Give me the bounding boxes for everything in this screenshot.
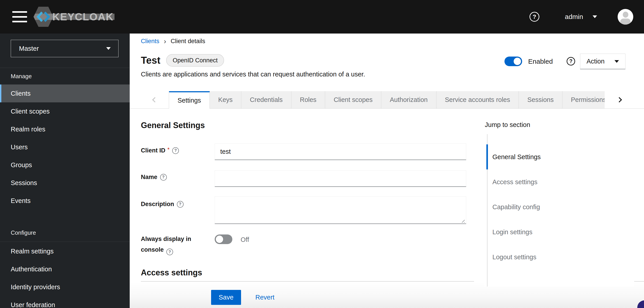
sidebar-item-client-scopes[interactable]: Client scopes <box>0 102 130 120</box>
main-content: Clients › Client details Test OpenID Con… <box>130 33 644 308</box>
jump-link-logout-settings[interactable]: Logout settings <box>484 245 634 270</box>
jump-link-general-settings[interactable]: General Settings <box>484 144 634 169</box>
name-label-group: Name ? <box>141 174 167 181</box>
action-menu-button[interactable]: Action <box>580 54 626 69</box>
tab-authorization[interactable]: Authorization <box>381 91 436 109</box>
jump-link-capability-config[interactable]: Capability config <box>484 194 634 220</box>
chevron-down-icon <box>592 15 597 18</box>
sidebar-item-authentication[interactable]: Authentication <box>0 260 130 278</box>
user-menu[interactable]: admin <box>565 0 597 33</box>
tab-sessions[interactable]: Sessions <box>519 91 562 109</box>
jump-link-login-settings[interactable]: Login settings <box>484 220 634 245</box>
always-display-state-label: Off <box>240 235 249 245</box>
section-heading-general-settings: General Settings <box>141 121 205 130</box>
chevron-down-icon <box>106 47 111 50</box>
jump-list: General SettingsAccess settingsCapabilit… <box>484 144 634 270</box>
client-id-label-group: Client ID * ? <box>141 147 179 154</box>
breadcrumb: Clients › Client details <box>141 37 205 45</box>
tab-client-scopes[interactable]: Client scopes <box>325 91 381 109</box>
sidebar-item-realm-settings[interactable]: Realm settings <box>0 242 130 260</box>
enabled-toggle-label: Enabled <box>528 58 553 65</box>
help-icon[interactable]: ? <box>567 57 575 65</box>
enabled-toggle[interactable] <box>504 56 522 66</box>
keycloak-logo: KEYCLOAK <box>34 6 114 27</box>
hamburger-icon <box>12 11 27 13</box>
client-id-input[interactable] <box>215 143 466 160</box>
sidebar-item-groups[interactable]: Groups <box>0 156 130 174</box>
sidebar-item-sessions[interactable]: Sessions <box>0 174 130 192</box>
action-menu-label: Action <box>586 58 605 65</box>
always-display-toggle[interactable] <box>215 235 232 244</box>
jump-link-access-settings[interactable]: Access settings <box>484 169 634 194</box>
help-icon[interactable]: ? <box>172 147 179 154</box>
angle-left-icon <box>152 97 158 102</box>
nav-section-title-configure: Configure <box>11 229 36 236</box>
help-icon[interactable]: ? <box>160 174 167 181</box>
brand-text: KEYCLOAK <box>52 11 114 23</box>
tabs: SettingsKeysCredentialsRolesClient scope… <box>130 91 644 109</box>
section-divider <box>634 281 644 282</box>
sidebar-item-identity-providers[interactable]: Identity providers <box>0 278 130 296</box>
realm-name: Master <box>19 45 39 52</box>
tab-keys[interactable]: Keys <box>210 91 241 109</box>
nav-section-title-manage: Manage <box>11 73 32 80</box>
username: admin <box>565 13 583 20</box>
help-icon[interactable]: ? <box>530 12 539 22</box>
tab-scroll-left-button[interactable] <box>141 91 169 108</box>
page-title: Test <box>141 55 160 66</box>
sidebar-item-realm-roles[interactable]: Realm roles <box>0 120 130 138</box>
help-icon[interactable]: ? <box>166 249 173 255</box>
breadcrumb-clients-link[interactable]: Clients <box>141 38 160 45</box>
page-header: Test OpenID Connect <box>141 54 224 67</box>
tab-strip: SettingsKeysCredentialsRolesClient scope… <box>169 91 605 109</box>
section-divider <box>141 281 474 282</box>
sidebar-item-clients[interactable]: Clients <box>0 84 130 102</box>
sidebar-item-events[interactable]: Events <box>0 192 130 210</box>
avatar[interactable] <box>618 9 633 24</box>
tab-scroll-right-button[interactable] <box>605 91 634 108</box>
sidebar: Master Manage ClientsClient scopesRealm … <box>0 33 130 308</box>
keycloak-logo-icon <box>34 6 53 27</box>
sidebar-nav-configure: Realm settingsAuthenticationIdentity pro… <box>0 242 130 308</box>
breadcrumb-separator-icon: › <box>164 38 166 44</box>
chevron-down-icon <box>614 60 619 63</box>
tab-service-accounts-roles[interactable]: Service accounts roles <box>436 91 519 109</box>
always-display-label-group: Always display in console? <box>141 234 201 255</box>
sidebar-divider <box>0 68 130 68</box>
sidebar-item-user-federation[interactable]: User federation <box>0 296 130 308</box>
name-input[interactable] <box>215 170 466 187</box>
protocol-badge: OpenID Connect <box>166 54 224 67</box>
tab-credentials[interactable]: Credentials <box>241 91 291 109</box>
jump-to-section-title: Jump to section <box>485 121 634 128</box>
jump-to-section-panel: Jump to section General SettingsAccess s… <box>484 118 634 287</box>
realm-selector-toggle[interactable]: Master <box>11 40 118 57</box>
client-id-label: Client ID <box>141 147 166 154</box>
description-label-group: Description ? <box>141 201 184 208</box>
help-icon[interactable]: ? <box>177 201 184 208</box>
sidebar-item-users[interactable]: Users <box>0 138 130 156</box>
required-indicator: * <box>168 146 170 153</box>
tab-permissions[interactable]: Permissions <box>562 91 605 109</box>
description-label: Description <box>141 201 174 208</box>
revert-button[interactable]: Revert <box>255 290 274 305</box>
angle-right-icon <box>616 97 622 102</box>
save-button[interactable]: Save <box>211 290 241 305</box>
nav-toggle-button[interactable] <box>12 11 27 22</box>
name-label: Name <box>141 174 158 181</box>
always-display-label: Always display in console <box>141 236 191 253</box>
description-textarea[interactable] <box>215 196 466 224</box>
tab-roles[interactable]: Roles <box>291 91 325 109</box>
breadcrumb-current: Client details <box>170 38 205 45</box>
avatar-person-icon <box>623 12 628 18</box>
section-heading-access-settings: Access settings <box>141 268 202 277</box>
page-description: Clients are applications and services th… <box>141 71 365 78</box>
masthead: KEYCLOAK ? admin <box>0 0 644 33</box>
tab-settings[interactable]: Settings <box>169 91 210 109</box>
sidebar-nav-manage: ClientsClient scopesRealm rolesUsersGrou… <box>0 84 130 210</box>
sidebar-divider <box>0 242 130 242</box>
